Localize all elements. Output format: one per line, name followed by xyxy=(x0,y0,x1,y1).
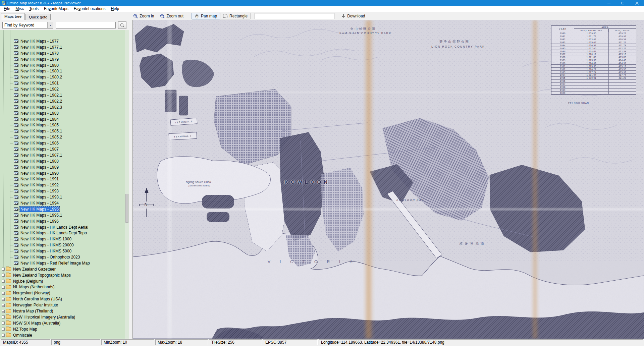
tree-item-map[interactable]: New HK Maps - 1990 xyxy=(0,170,129,176)
menu-item[interactable]: File xyxy=(1,6,13,11)
tree-item-map[interactable]: New HK Maps - 1993.1 xyxy=(0,194,129,200)
keyword-input[interactable] xyxy=(56,22,116,28)
close-button[interactable] xyxy=(630,0,644,6)
tab-maps-tree[interactable]: Maps tree xyxy=(1,13,25,20)
tree-item-map[interactable]: New HK Maps - 1996 xyxy=(0,218,129,224)
tree-item-folder[interactable]: Norwegian Polar Institute xyxy=(0,302,129,308)
tree-item-map[interactable]: New HK Maps - HKMS 1000 xyxy=(0,236,129,242)
tree-connector xyxy=(10,53,13,53)
tree-item-folder[interactable]: New Zealand Gazetteer xyxy=(0,266,129,272)
tree-item-map[interactable]: New HK Maps - 1980.1 xyxy=(0,68,129,74)
map-image-icon xyxy=(14,261,18,265)
pan-map-button[interactable]: Pan map xyxy=(192,13,220,19)
expand-plus-icon[interactable] xyxy=(2,322,5,325)
tree-item-map[interactable]: New HK Maps - 1982.2 xyxy=(0,98,129,104)
menu-item[interactable]: FavoriteMaps xyxy=(41,6,71,11)
tree-item-folder[interactable]: North Carolina Maps (USA) xyxy=(0,296,129,302)
expand-plus-icon[interactable] xyxy=(2,292,5,295)
zoom-out-button[interactable]: Zoom out xyxy=(157,13,186,19)
tree-item-map[interactable]: New HK Maps - 1982.1 xyxy=(0,92,129,98)
tree-item-map[interactable]: New HK Maps - 1994 xyxy=(0,200,129,206)
menu-item[interactable]: Misc xyxy=(13,6,26,11)
tree-item-map[interactable]: New HK Maps - 1984 xyxy=(0,116,129,122)
tree-connector xyxy=(10,107,13,107)
tree-item-folder[interactable]: NZ Topo Map xyxy=(0,326,129,332)
expand-plus-icon[interactable] xyxy=(2,304,5,307)
zoom-in-label: Zoom in xyxy=(140,14,154,18)
tree-item-map[interactable]: New HK Maps - 1980 xyxy=(0,62,129,68)
map-image-icon xyxy=(14,51,18,55)
tree-item-map[interactable]: New HK Maps - 1987.1 xyxy=(0,152,129,158)
tree-item-map[interactable]: New HK Maps - 1985.2 xyxy=(0,134,129,140)
tree-item-folder[interactable]: Ngi.be (Belgium) xyxy=(0,278,129,284)
tree-item-map[interactable]: New HK Maps - 1987 xyxy=(0,146,129,152)
expand-plus-icon[interactable] xyxy=(2,298,5,301)
expand-plus-icon[interactable] xyxy=(2,280,5,283)
kowloon-bay-label: KOWLOON BAY xyxy=(396,198,424,201)
menu-item[interactable]: FavoriteLocations xyxy=(71,6,108,11)
minimize-button[interactable] xyxy=(602,0,616,6)
tree-item-map[interactable]: New HK Maps - HKMS 20000 xyxy=(0,242,129,248)
chevron-down-icon[interactable]: ▼ xyxy=(47,22,53,28)
area-table-row: 19921 076.27415.55 xyxy=(551,68,636,71)
tree-item-label: New HK Maps - 1993.1 xyxy=(20,194,63,200)
search-button[interactable] xyxy=(118,21,126,29)
tab-quick-goto[interactable]: Quick goto xyxy=(25,14,51,20)
tree-item-folder[interactable]: Omniscale xyxy=(0,332,129,338)
kowloon-label: KOWLOON xyxy=(284,179,330,185)
expand-plus-icon[interactable] xyxy=(2,334,5,337)
tree-connector xyxy=(10,245,13,245)
expand-plus-icon[interactable] xyxy=(2,328,5,331)
tree-item-map[interactable]: New HK Maps - 1989 xyxy=(0,164,129,170)
tree-item-folder[interactable]: Nostra Map (Thailand) xyxy=(0,308,129,314)
tree-item-map[interactable]: New HK Maps - HK Lands Dept Topo xyxy=(0,230,129,236)
find-by-combobox[interactable]: Find by Keyword ▼ xyxy=(2,22,53,28)
tree-item-map[interactable]: New HK Maps - 1985.1 xyxy=(0,128,129,134)
tree-item-map[interactable]: New HK Maps - 1992 xyxy=(0,182,129,188)
map-image-icon xyxy=(14,88,18,91)
maximize-icon xyxy=(622,2,624,4)
tree-item-map[interactable]: New HK Maps - 1977.1 xyxy=(0,44,129,50)
tree-item-map[interactable]: New HK Maps - 1977 xyxy=(0,38,129,44)
download-button[interactable]: Download xyxy=(338,13,368,19)
tree-item-folder[interactable]: Norgeskart (Norway) xyxy=(0,290,129,296)
map-view[interactable]: 金山郊野公園 KAM SHAN COUNTRY PARK 獅子山郊野公園 LIO… xyxy=(133,20,644,339)
rectangle-button[interactable]: Rectangle xyxy=(220,13,251,19)
area-table-row: 19821 063.43410.59 xyxy=(551,38,636,41)
tree-item-map[interactable]: New HK Maps - 1991 xyxy=(0,176,129,182)
tree-item-map[interactable]: New HK Maps - 1995.1 xyxy=(0,212,129,218)
tree-item-map[interactable]: New HK Maps - 1979 xyxy=(0,56,129,62)
tree-item-map[interactable]: New HK Maps - 1978 xyxy=(0,50,129,56)
expand-plus-icon[interactable] xyxy=(2,310,5,313)
tree-item-map[interactable]: New HK Maps - 1985 xyxy=(0,122,129,128)
tree-item-map[interactable]: New HK Maps - 1982.3 xyxy=(0,104,129,110)
folder-icon xyxy=(6,321,11,325)
tree-item-map[interactable]: New HK Maps - 1983 xyxy=(0,110,129,116)
tree-item-folder[interactable]: NL Maps (Netherlands) xyxy=(0,284,129,290)
expand-plus-icon[interactable] xyxy=(2,286,5,289)
tree-item-map[interactable]: New HK Maps - Orthophoto 2023 xyxy=(0,254,129,260)
tree-item-map[interactable]: New HK Maps - HKMS 5000 xyxy=(0,248,129,254)
zoom-in-button[interactable]: Zoom in xyxy=(130,13,157,19)
tree-item-folder[interactable]: NSW Historical Imagery (Australia) xyxy=(0,314,129,320)
menu-item[interactable]: Help xyxy=(108,6,122,11)
toolbar-input[interactable] xyxy=(255,13,334,19)
splitter[interactable] xyxy=(129,20,133,339)
tree-item-map[interactable]: New HK Maps - 1982 xyxy=(0,86,129,92)
tree-item-map[interactable]: New HK Maps - 1995 xyxy=(0,206,129,212)
tree-item-map[interactable]: New HK Maps - 1993 xyxy=(0,188,129,194)
tree-item-folder[interactable]: NSW SIX Maps (Australia) xyxy=(0,320,129,326)
tree-item-map[interactable]: New HK Maps - 1986 xyxy=(0,140,129,146)
tree-item-map[interactable]: New HK Maps - 1981 xyxy=(0,80,129,86)
maximize-button[interactable] xyxy=(616,0,630,6)
expand-plus-icon[interactable] xyxy=(2,274,5,277)
tree-item-folder[interactable]: New Zealand Topographic Maps xyxy=(0,272,129,278)
tree-item-map[interactable]: New HK Maps - Red Relief Image Map xyxy=(0,260,129,266)
expand-plus-icon[interactable] xyxy=(2,315,5,319)
tree-item-map[interactable]: New HK Maps - 1988 xyxy=(0,158,129,164)
tree-item-map[interactable]: New HK Maps - 1980.2 xyxy=(0,74,129,80)
expand-plus-icon[interactable] xyxy=(2,268,5,271)
tree-item-map[interactable]: New HK Maps - HK Lands Dept Aerial xyxy=(0,224,129,230)
maps-tree[interactable]: New HK Maps - 1977New HK Maps - 1977.1Ne… xyxy=(0,30,129,339)
menu-item[interactable]: Tools xyxy=(26,6,41,11)
